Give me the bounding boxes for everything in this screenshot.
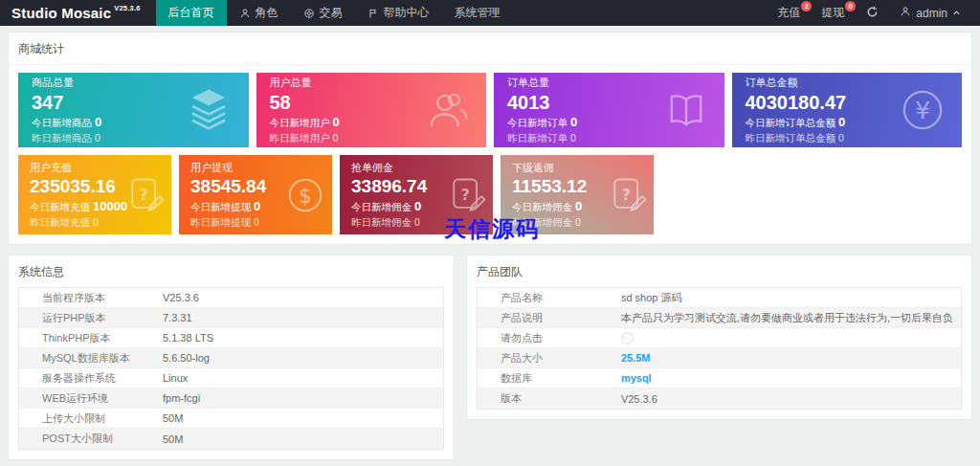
stat-card-recharge: 用户充值 235035.16 今日新增充值10000 昨日新增充值0 ? — [18, 155, 171, 234]
row-value: V25.3.6 — [621, 393, 961, 405]
table-row: WEB运行环境fpm-fcgi — [19, 388, 443, 409]
row-label: 产品名称 — [478, 291, 621, 305]
system-info-title: 系统信息 — [9, 255, 454, 287]
nav-item-label: 系统管理 — [455, 5, 501, 21]
row-value: 本产品只为学习测试交流,请勿要做商业或者用于违法行为,一切后果自负 — [621, 311, 961, 325]
bottom-panels: 系统信息 当前程序版本V25.3.6 运行PHP版本7.3.31 ThinkPH… — [8, 255, 972, 460]
product-team-panel: 产品团队 产品名称sd shop 源码 产品说明本产品只为学习测试交流,请勿要做… — [466, 255, 972, 420]
row-label: 产品大小 — [478, 351, 621, 366]
edit-doc-icon: ? — [446, 174, 488, 216]
table-row: 产品大小25.5M — [478, 348, 961, 368]
svg-text:¥: ¥ — [915, 97, 930, 124]
nav-item-label: 交易 — [320, 5, 343, 21]
svg-text:?: ? — [140, 186, 148, 203]
stat-card-products: 商品总量 347 今日新增商品0 昨日新增商品0 — [18, 73, 249, 147]
coin-icon — [303, 8, 315, 19]
layers-icon — [182, 86, 235, 134]
nav-item-help-center[interactable]: 帮助中心 — [355, 0, 442, 26]
chevron-up-icon — [952, 7, 961, 20]
stats-panel-title: 商城统计 — [9, 33, 971, 65]
row-value — [621, 331, 961, 344]
navbar-right: 充值 2 提现 0 admin — [767, 0, 980, 26]
svg-text:?: ? — [622, 186, 631, 203]
row-value: 7.3.31 — [163, 312, 443, 323]
row-value: 50M — [163, 412, 443, 424]
table-row: 请勿点击 — [478, 328, 961, 348]
top-navbar: Studio MosaicV25.3.6 后台首页 角色 交易 帮助中心 系统管… — [0, 0, 980, 26]
app-version: V25.3.6 — [114, 4, 140, 12]
row-value: Linux — [163, 372, 443, 384]
table-row: 上传大小限制50M — [19, 409, 443, 429]
row-value: 5.1.38 LTS — [163, 332, 443, 344]
svg-text:?: ? — [461, 186, 470, 203]
main-menu: 后台首页 角色 交易 帮助中心 系统管理 — [156, 0, 513, 26]
table-row: 当前程序版本V25.3.6 — [19, 288, 443, 308]
do-not-click-button[interactable] — [621, 332, 634, 344]
row-label: WEB运行环境 — [19, 391, 163, 406]
table-row: 产品说明本产品只为学习测试交流,请勿要做商业或者用于违法行为,一切后果自负 — [478, 308, 961, 328]
recharge-nav-item[interactable]: 充值 2 — [767, 0, 811, 26]
row-label: 当前程序版本 — [19, 291, 163, 305]
nav-item-home[interactable]: 后台首页 — [156, 0, 227, 26]
refresh-button[interactable] — [855, 0, 890, 26]
nav-item-roles[interactable]: 角色 — [227, 0, 291, 26]
table-row: 版本V25.3.6 — [478, 388, 961, 409]
row-value: 50M — [163, 433, 443, 445]
row-value: V25.3.6 — [163, 292, 443, 303]
withdraw-badge: 0 — [845, 1, 856, 11]
user-icon — [239, 8, 251, 19]
app-logo: Studio MosaicV25.3.6 — [0, 0, 156, 26]
dollar-circle-icon: $ — [283, 173, 327, 217]
table-row: 服务器操作系统Linux — [19, 368, 443, 388]
row-value: sd shop 源码 — [621, 291, 961, 305]
stat-card-users: 用户总量 58 今日新增用户0 昨日新增用户0 — [256, 73, 487, 147]
user-menu[interactable]: admin — [890, 0, 974, 26]
watermark: 天信源码 — [444, 214, 540, 244]
nav-item-trade[interactable]: 交易 — [291, 0, 355, 26]
product-team-title: 产品团队 — [467, 255, 971, 287]
table-row: 数据库mysql — [478, 368, 961, 388]
product-size-link[interactable]: 25.5M — [621, 352, 961, 364]
username: admin — [916, 7, 947, 20]
card-yesterday: 昨日新增商品0 — [32, 132, 235, 144]
nav-item-label: 帮助中心 — [384, 5, 430, 21]
nav-item-label: 角色 — [256, 5, 278, 21]
table-row: MySQL数据库版本5.6.50-log — [19, 348, 443, 368]
card-yesterday: 昨日新增充值0 — [30, 216, 160, 229]
app-title: Studio Mosaic — [11, 5, 111, 21]
svg-text:$: $ — [299, 183, 311, 207]
edit-doc-icon: ? — [607, 174, 649, 216]
row-label: 版本 — [478, 391, 621, 406]
database-link[interactable]: mysql — [621, 372, 961, 384]
system-info-panel: 系统信息 当前程序版本V25.3.6 运行PHP版本7.3.31 ThinkPH… — [8, 255, 455, 460]
flag-icon — [368, 8, 379, 19]
row-label: 服务器操作系统 — [19, 371, 163, 386]
edit-doc-icon: ? — [124, 174, 167, 216]
book-icon — [661, 89, 711, 131]
row-label: MySQL数据库版本 — [19, 351, 163, 366]
withdraw-nav-item[interactable]: 提现 0 — [811, 0, 855, 26]
table-row: POST大小限制50M — [19, 429, 443, 449]
row-label: 数据库 — [478, 371, 621, 386]
withdraw-label: 提现 — [821, 5, 844, 21]
stat-card-withdraw: 用户提现 38545.84 今日新增提现0 昨日新增提现0 $ — [179, 155, 332, 234]
refresh-icon — [866, 6, 879, 21]
card-yesterday: 昨日新增订单0 — [507, 132, 711, 144]
table-row: 产品名称sd shop 源码 — [478, 288, 961, 308]
users-icon — [423, 85, 473, 135]
product-team-table: 产品名称sd shop 源码 产品说明本产品只为学习测试交流,请勿要做商业或者用… — [477, 287, 962, 410]
user-icon — [900, 6, 911, 20]
row-label: 上传大小限制 — [19, 411, 163, 426]
row-value: 5.6.50-log — [163, 352, 443, 364]
system-info-table: 当前程序版本V25.3.6 运行PHP版本7.3.31 ThinkPHP版本5.… — [18, 287, 444, 450]
stat-card-order-amount: 订单总金额 4030180.47 今日新增订单总金额0 昨日新增订单总金额0 ¥ — [732, 73, 963, 147]
stat-card-orders: 订单总量 4013 今日新增订单0 昨日新增订单0 — [494, 73, 724, 147]
row-label: POST大小限制 — [19, 432, 163, 446]
row-label: 运行PHP版本 — [19, 311, 163, 325]
row-label: 请勿点击 — [478, 331, 621, 345]
nav-item-system[interactable]: 系统管理 — [442, 0, 513, 26]
stats-panel: 商城统计 商品总量 347 今日新增商品0 昨日新增商品0 用户总量 58 今日… — [8, 32, 972, 245]
row-label: 产品说明 — [478, 311, 621, 325]
recharge-label: 充值 — [777, 5, 800, 21]
table-row: ThinkPHP版本5.1.38 LTS — [19, 328, 443, 348]
